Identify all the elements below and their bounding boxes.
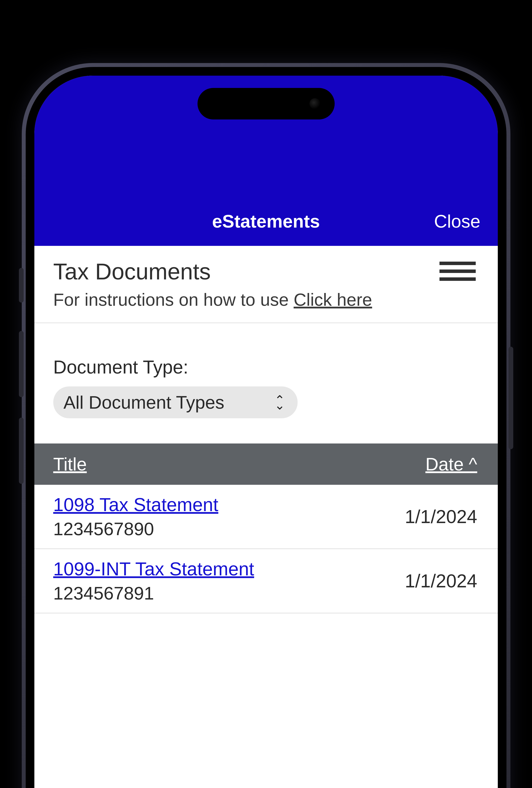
document-account: 1234567890 [53,518,218,539]
document-date: 1/1/2024 [405,506,477,527]
page-title: Tax Documents [53,258,479,285]
close-button[interactable]: Close [434,211,480,232]
phone-volume-up [19,331,24,397]
dynamic-island [198,88,335,119]
phone-frame: eStatements Close Tax Documents For inst… [22,63,510,788]
content-spacer [34,613,498,788]
document-type-select[interactable]: All Document Types ⌃⌃ [53,387,298,418]
nav-title: eStatements [212,211,320,232]
document-account: 1234567891 [53,583,254,604]
document-link[interactable]: 1099-INT Tax Statement [53,558,254,580]
instructions-link[interactable]: Click here [294,290,372,310]
page-header: Tax Documents For instructions on how to… [34,246,498,323]
table-row[interactable]: 1099-INT Tax Statement 1234567891 1/1/20… [34,549,498,613]
document-date: 1/1/2024 [405,570,477,592]
chevron-updown-icon: ⌃⌃ [274,398,285,407]
column-date[interactable]: Date ^ [426,454,477,475]
subtitle-text: For instructions on how to use [53,290,294,310]
phone-power-button [509,347,513,449]
table-row[interactable]: 1098 Tax Statement 1234567890 1/1/2024 [34,485,498,549]
table-body: 1098 Tax Statement 1234567890 1/1/2024 1… [34,485,498,613]
page-subtitle: For instructions on how to use Click her… [53,290,479,310]
select-value: All Document Types [63,392,224,413]
phone-mute-switch [19,268,24,302]
document-link[interactable]: 1098 Tax Statement [53,494,218,515]
column-title[interactable]: Title [53,454,87,475]
table-header: Title Date ^ [34,444,498,485]
filter-label: Document Type: [53,356,479,378]
menu-icon[interactable] [439,262,476,281]
filter-section: Document Type: All Document Types ⌃⌃ [34,323,498,444]
screen: eStatements Close Tax Documents For inst… [34,76,498,788]
phone-volume-down [19,418,24,484]
